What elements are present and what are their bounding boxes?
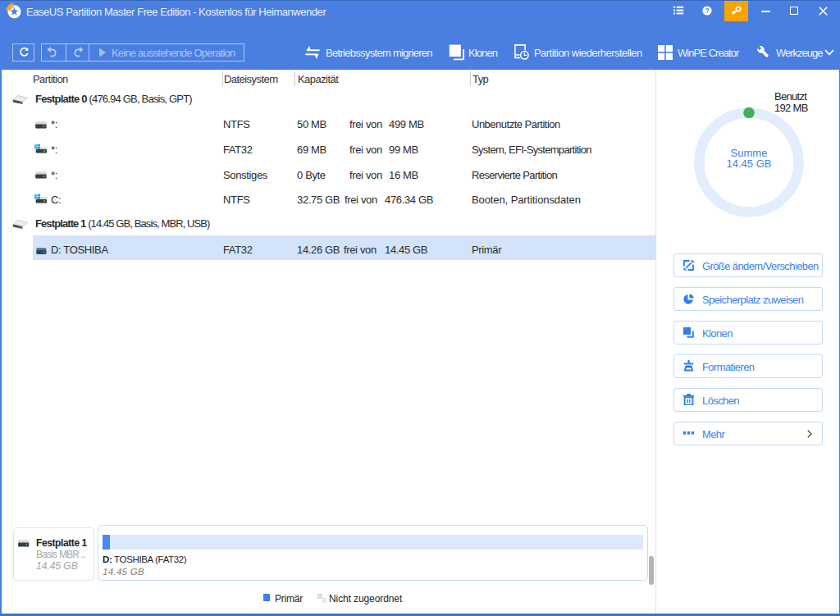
- svg-text:?: ?: [705, 7, 709, 15]
